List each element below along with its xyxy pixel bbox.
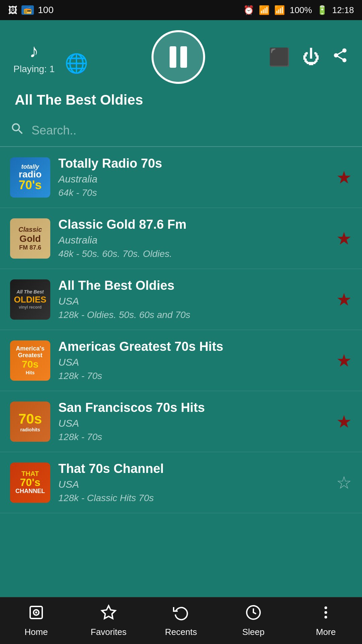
pause-button[interactable]	[152, 30, 205, 84]
header: ♪ Playing: 1 🌐 ⬛ ⏻ All The Best	[0, 20, 362, 115]
favorite-button[interactable]: ★	[336, 351, 352, 371]
time-display: 12:18	[332, 5, 354, 15]
nav-sleep[interactable]: Sleep	[217, 604, 290, 637]
svg-point-2	[35, 611, 37, 613]
alarm-icon: ⏰	[243, 5, 254, 15]
station-logo: America'sGreatest 70s Hits	[10, 340, 50, 381]
list-item[interactable]: America'sGreatest 70s Hits Americas Grea…	[0, 330, 362, 391]
nav-recents[interactable]: Recents	[145, 604, 217, 637]
svg-point-7	[324, 616, 327, 619]
station-info: That 70s Channel USA 128k - Classic Hits…	[58, 462, 328, 503]
signal-count: 100	[38, 5, 54, 15]
search-bar	[0, 115, 362, 147]
home-label: Home	[24, 627, 48, 637]
svg-point-6	[324, 611, 327, 614]
search-icon	[10, 121, 25, 140]
globe-control[interactable]: 🌐	[65, 52, 88, 74]
station-name: Classic Gold 87.6 Fm	[58, 217, 328, 232]
station-country: USA	[58, 357, 328, 368]
station-logo: totally radio 70's	[10, 157, 50, 198]
battery-icon: 🔋	[317, 5, 327, 15]
station-logo: 70s radiohits	[10, 401, 50, 442]
pause-icon	[170, 46, 187, 68]
list-item[interactable]: THAT 70's CHANNEL That 70s Channel USA 1…	[0, 452, 362, 513]
list-item[interactable]: Classic Gold FM 87.6 Classic Gold 87.6 F…	[0, 208, 362, 269]
image-icon: 🖼	[8, 5, 17, 16]
station-logo: Classic Gold FM 87.6	[10, 218, 50, 259]
status-left: 🖼 📻 100	[8, 5, 54, 16]
station-info: Americas Greatest 70s Hits USA 128k - 70…	[58, 339, 328, 381]
nav-favorites[interactable]: Favorites	[72, 604, 145, 637]
status-right: ⏰ 📶 📶 100% 🔋 12:18	[243, 5, 354, 15]
svg-point-5	[324, 606, 327, 609]
search-input[interactable]	[32, 123, 352, 138]
station-info: San Franciscos 70s Hits USA 128k - 70s	[58, 400, 328, 442]
station-meta: 128k - Classic Hits 70s	[58, 493, 328, 503]
station-country: Australia	[58, 173, 328, 185]
share-button[interactable]	[332, 47, 349, 67]
station-meta: 48k - 50s. 60s. 70s. Oldies.	[58, 249, 328, 259]
playing-label: Playing: 1	[13, 64, 55, 74]
station-country: USA	[58, 296, 328, 307]
list-item[interactable]: totally radio 70's Totally Radio 70s Aus…	[0, 147, 362, 208]
station-name: All The Best Oldies	[58, 278, 328, 293]
station-logo: THAT 70's CHANNEL	[10, 463, 50, 503]
station-list: totally radio 70's Totally Radio 70s Aus…	[0, 147, 362, 637]
favorite-button[interactable]: ★	[336, 412, 352, 432]
battery-percent: 100%	[290, 5, 312, 15]
sleep-icon	[245, 604, 261, 624]
station-name: That 70s Channel	[58, 462, 328, 476]
station-name: Americas Greatest 70s Hits	[58, 339, 328, 354]
favorite-button[interactable]: ★	[336, 289, 352, 310]
home-icon	[28, 604, 44, 624]
list-item[interactable]: All The Best OLDIES vinyl record All The…	[0, 269, 362, 330]
sleep-label: Sleep	[242, 627, 265, 637]
favorite-button[interactable]: ★	[336, 167, 352, 187]
app-title: All The Best Oldies	[13, 92, 349, 108]
favorite-button[interactable]: ☆	[336, 473, 352, 493]
station-country: Australia	[58, 234, 328, 246]
favorites-icon	[101, 604, 117, 624]
header-controls: ♪ Playing: 1 🌐 ⬛ ⏻	[13, 30, 349, 84]
station-logo: All The Best OLDIES vinyl record	[10, 279, 50, 320]
station-meta: 64k - 70s	[58, 187, 328, 198]
station-info: Totally Radio 70s Australia 64k - 70s	[58, 156, 328, 198]
more-label: More	[316, 627, 336, 637]
station-meta: 128k - 70s	[58, 432, 328, 442]
status-bar: 🖼 📻 100 ⏰ 📶 📶 100% 🔋 12:18	[0, 0, 362, 20]
station-meta: 128k - 70s	[58, 371, 328, 381]
station-info: Classic Gold 87.6 Fm Australia 48k - 50s…	[58, 217, 328, 259]
station-name: Totally Radio 70s	[58, 156, 328, 171]
radio-icon: 📻	[21, 5, 34, 15]
station-meta: 128k - Oldies. 50s. 60s and 70s	[58, 310, 328, 320]
power-button[interactable]: ⏻	[302, 47, 320, 67]
station-name: San Franciscos 70s Hits	[58, 400, 328, 415]
list-item[interactable]: 70s radiohits San Franciscos 70s Hits US…	[0, 391, 362, 452]
favorites-label: Favorites	[91, 627, 127, 637]
wifi-icon: 📶	[259, 5, 269, 15]
station-country: USA	[58, 418, 328, 429]
station-info: All The Best Oldies USA 128k - Oldies. 5…	[58, 278, 328, 320]
bottom-nav: Home Favorites Recents Sleep	[0, 597, 362, 644]
recents-label: Recents	[165, 627, 197, 637]
music-controls-left: ♪ Playing: 1	[13, 40, 55, 74]
signal-icon: 📶	[274, 5, 285, 15]
stop-button[interactable]: ⬛	[268, 47, 290, 67]
nav-home[interactable]: Home	[0, 604, 72, 637]
more-icon	[318, 604, 334, 624]
nav-more[interactable]: More	[290, 604, 362, 637]
svg-marker-3	[102, 606, 115, 619]
right-controls: ⬛ ⏻	[268, 47, 349, 67]
music-note-icon[interactable]: ♪	[29, 40, 39, 62]
globe-icon: 🌐	[65, 52, 88, 74]
favorite-button[interactable]: ★	[336, 228, 352, 249]
station-country: USA	[58, 479, 328, 490]
recents-icon	[173, 604, 189, 624]
